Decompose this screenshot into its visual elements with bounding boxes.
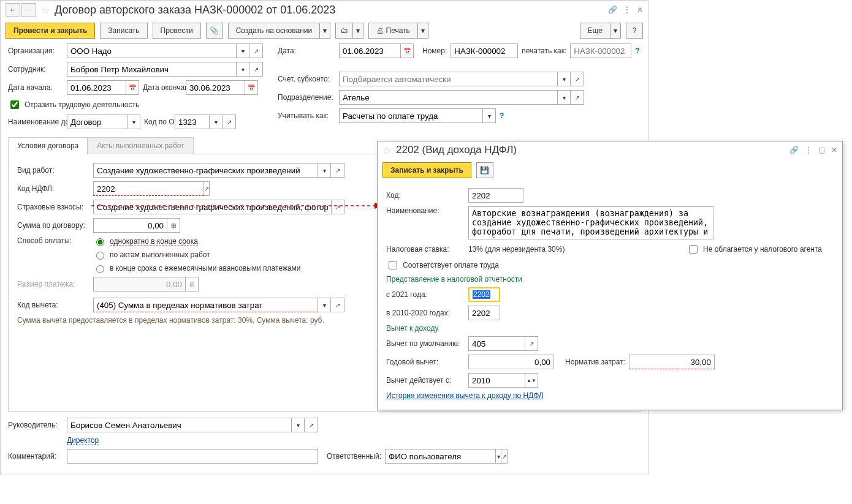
link-icon[interactable]: 🔗 (608, 6, 617, 14)
open-icon[interactable]: ↗ (571, 90, 584, 105)
valid-from-input[interactable] (468, 373, 525, 388)
manager-input[interactable] (67, 418, 291, 432)
open-icon[interactable]: ↗ (501, 449, 508, 464)
kebab-icon[interactable]: ⋮ (623, 6, 631, 14)
dropdown-icon[interactable]: ▾ (557, 72, 571, 86)
insurance-input[interactable] (93, 200, 331, 214)
calendar-icon[interactable]: 📅 (245, 80, 258, 95)
kebab-icon[interactable]: ⋮ (805, 146, 812, 154)
nav-forward-button[interactable]: → (21, 3, 36, 17)
responsible-input[interactable] (385, 449, 495, 464)
position-link[interactable]: Директор (67, 436, 99, 445)
in2010-2020-input[interactable] (468, 306, 500, 320)
reflect-checkbox[interactable] (10, 100, 19, 109)
org-input[interactable] (67, 43, 236, 58)
help-button[interactable]: ? (626, 23, 643, 39)
save-icon[interactable]: 💾 (476, 162, 493, 178)
favorite-icon[interactable]: ☆ (41, 4, 50, 16)
register-icon[interactable]: 🗂 (335, 23, 352, 39)
nav-back-button[interactable]: ← (6, 3, 20, 17)
open-icon[interactable]: ↗ (571, 72, 584, 86)
dropdown-icon[interactable]: ▾ (318, 298, 331, 312)
end-date-input[interactable] (186, 80, 245, 95)
not-taxed-checkbox[interactable] (689, 245, 698, 254)
dropdown-icon[interactable]: ▾ (482, 108, 496, 123)
history-link[interactable]: История изменения вычета к доходу по НДФ… (386, 391, 544, 400)
doc-name-input[interactable] (67, 115, 127, 129)
treat-as-label: Учитывать как: (278, 111, 335, 120)
dropdown-icon[interactable]: ▾ (318, 163, 331, 178)
responsible-label: Ответственный: (327, 452, 381, 461)
employee-input[interactable] (67, 62, 236, 77)
print-as-input[interactable] (570, 43, 631, 58)
open-icon[interactable]: ↗ (249, 62, 263, 77)
open-icon[interactable]: ↗ (249, 43, 263, 58)
norm-input[interactable] (629, 355, 715, 369)
matches-pay-checkbox[interactable] (389, 261, 397, 269)
comment-input[interactable] (67, 449, 318, 464)
link-icon[interactable]: 🔗 (789, 146, 799, 154)
calendar-icon[interactable]: 📅 (400, 43, 414, 58)
ndfl-code-input[interactable] (93, 181, 203, 196)
date-label: Дата: (278, 47, 335, 55)
code-input[interactable] (468, 188, 523, 203)
tab-acts[interactable]: Акты выполненных работ (88, 137, 193, 154)
name-textarea[interactable] (468, 206, 713, 239)
attach-icon[interactable]: 📎 (206, 23, 223, 39)
help-icon[interactable]: ? (500, 111, 504, 120)
date-input[interactable] (339, 43, 400, 58)
favorite-icon[interactable]: ☆ (382, 145, 391, 156)
pay-opt-acts[interactable]: по актам выполненных работ (93, 250, 301, 260)
save-button[interactable]: Записать (100, 23, 147, 39)
calendar-icon[interactable]: 📅 (126, 80, 139, 95)
open-icon[interactable]: ↗ (331, 163, 344, 178)
dropdown-icon[interactable]: ▾ (495, 449, 501, 464)
dropdown-icon[interactable]: ▾ (127, 115, 140, 129)
open-icon[interactable]: ↗ (331, 298, 344, 312)
create-based-dropdown[interactable]: ▾ (319, 23, 330, 39)
help-icon[interactable]: ? (635, 47, 639, 55)
save-close-button[interactable]: Записать и закрыть (382, 162, 471, 178)
post-and-close-button[interactable]: Провести и закрыть (6, 23, 95, 39)
maximize-icon[interactable]: ▢ (818, 146, 825, 154)
print-button[interactable]: 🖨 Печать (368, 23, 417, 39)
open-icon[interactable]: ↗ (525, 336, 538, 351)
dropdown-icon[interactable]: ▾ (236, 43, 249, 58)
okz-input[interactable] (175, 115, 209, 129)
open-icon[interactable]: ↗ (331, 200, 344, 214)
rate-value: 13% (для нерезидента 30%) (468, 245, 683, 254)
tab-contract-terms[interactable]: Условия договора (8, 137, 88, 154)
since2021-input[interactable]: 2202 (468, 287, 500, 302)
more-dropdown[interactable]: ▾ (610, 23, 621, 39)
start-date-input[interactable] (67, 80, 126, 95)
annual-ded-input[interactable] (468, 355, 554, 369)
treat-as-input[interactable] (339, 108, 482, 123)
dropdown-icon[interactable]: ▾ (236, 62, 249, 77)
not-taxed-label: Не облагается у налогового агента (703, 245, 822, 254)
dept-input[interactable] (339, 90, 557, 105)
open-icon[interactable]: ↗ (203, 181, 210, 196)
sum-input[interactable] (93, 218, 167, 233)
open-icon[interactable]: ↗ (305, 418, 318, 432)
pay-opt-advance[interactable]: в конце срока с ежемесячными авансовыми … (93, 263, 301, 273)
number-input[interactable] (451, 43, 518, 58)
open-icon[interactable]: ↗ (223, 115, 236, 129)
close-icon[interactable]: ✕ (637, 6, 643, 14)
print-dropdown[interactable]: ▾ (417, 23, 428, 39)
deduction-code-input[interactable] (93, 298, 318, 312)
dropdown-icon[interactable]: ▾ (209, 115, 223, 129)
dropdown-icon[interactable]: ▾ (291, 418, 305, 432)
okz-label: Код по ОКЗ: (144, 118, 171, 126)
more-button[interactable]: Еще (580, 23, 610, 39)
spinner-icon[interactable]: ▲▼ (525, 373, 538, 388)
calc-icon[interactable]: ⊞ (167, 218, 180, 233)
account-input[interactable] (339, 72, 557, 86)
default-ded-input[interactable] (468, 336, 525, 351)
register-dropdown[interactable]: ▾ (352, 23, 363, 39)
close-icon[interactable]: ✕ (831, 146, 837, 154)
create-based-button[interactable]: Создать на основании (228, 23, 320, 39)
dropdown-icon[interactable]: ▾ (557, 90, 571, 105)
post-button[interactable]: Провести (153, 23, 201, 39)
work-type-input[interactable] (93, 163, 318, 178)
pay-opt-once[interactable]: однократно в конце срока (93, 236, 301, 246)
